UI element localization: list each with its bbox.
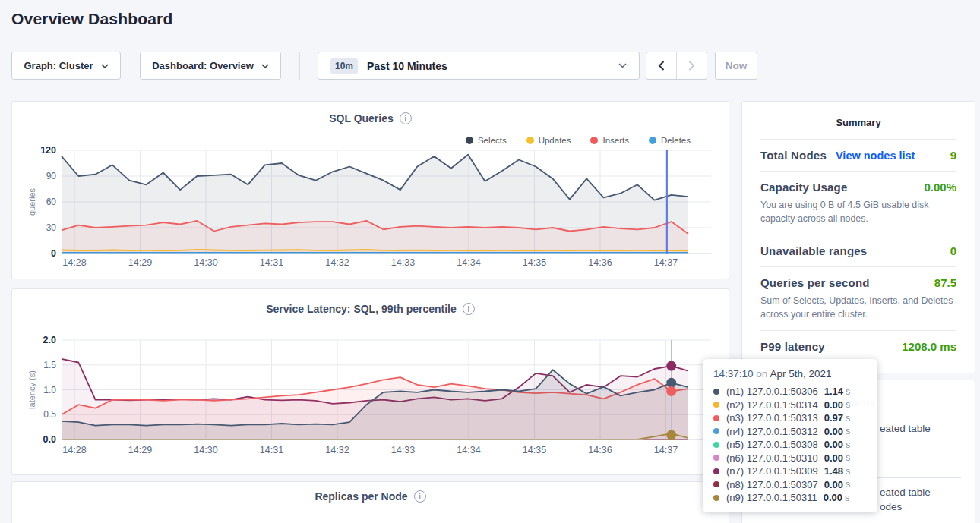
node-color-dot-icon bbox=[713, 428, 719, 434]
tooltip-node-label: (n4) 127.0.0.1:50312 bbox=[726, 426, 818, 437]
node-color-dot-icon bbox=[713, 402, 719, 408]
tooltip-node-value: 0.97 bbox=[824, 412, 843, 424]
tooltip-on: on bbox=[756, 368, 767, 380]
tooltip-row: (n2) 127.0.0.1:503140.00s bbox=[713, 399, 867, 412]
graph-dropdown[interactable]: Graph: Cluster bbox=[11, 52, 121, 80]
capacity-desc: You are using 0 B of 4.5 GiB usable disk… bbox=[760, 198, 956, 225]
tooltip-row: (n7) 127.0.0.1:503091.48s bbox=[713, 465, 867, 478]
p99-value: 1208.0 ms bbox=[902, 340, 956, 353]
svg-text:14:30: 14:30 bbox=[194, 257, 217, 268]
page-title: Overview Dashboard bbox=[11, 10, 173, 28]
svg-text:14:31: 14:31 bbox=[260, 257, 283, 268]
svg-text:14:33: 14:33 bbox=[391, 257, 415, 268]
svg-text:14:31: 14:31 bbox=[260, 445, 283, 455]
unavailable-ranges-value: 0 bbox=[950, 244, 956, 257]
node-color-dot-icon bbox=[713, 415, 719, 421]
time-range-badge: 10m bbox=[330, 58, 358, 74]
summary-item-capacity: Capacity Usage 0.00% You are using 0 B o… bbox=[760, 171, 956, 235]
svg-text:30: 30 bbox=[46, 222, 57, 233]
chart-title: Replicas per Node bbox=[315, 490, 407, 503]
unavailable-ranges-label: Unavailable ranges bbox=[760, 244, 867, 257]
tooltip-node-unit: s bbox=[846, 399, 850, 410]
svg-text:120: 120 bbox=[40, 145, 56, 156]
tooltip-node-unit: s bbox=[845, 493, 849, 503]
svg-text:latency (s): latency (s) bbox=[27, 370, 36, 409]
summary-item-qps: Queries per second 87.5 Sum of Selects, … bbox=[760, 266, 956, 330]
replicas-chart-card: Replicas per Node i bbox=[11, 481, 729, 523]
tooltip-row: (n5) 127.0.0.1:503080.00s bbox=[713, 438, 867, 452]
svg-text:14:30: 14:30 bbox=[194, 445, 217, 455]
total-nodes-value: 9 bbox=[950, 149, 956, 162]
capacity-label: Capacity Usage bbox=[760, 181, 848, 194]
tooltip-node-value: 0.00 bbox=[824, 479, 843, 490]
tooltip-node-unit: s bbox=[846, 466, 850, 477]
capacity-value: 0.00% bbox=[924, 181, 956, 194]
tooltip-date: Apr 5th, 2021 bbox=[770, 368, 831, 380]
tooltip-node-label: (n5) 127.0.0.1:50308 bbox=[726, 439, 818, 450]
svg-text:14:33: 14:33 bbox=[391, 445, 415, 455]
tooltip-row: (n6) 127.0.0.1:503100.00s bbox=[713, 452, 867, 465]
tooltip-node-label: (n3) 127.0.0.1:50313 bbox=[726, 412, 818, 424]
tooltip-node-label: (n6) 127.0.0.1:50310 bbox=[726, 452, 818, 464]
svg-text:1.5: 1.5 bbox=[43, 360, 56, 370]
tooltip-node-value: 0.00 bbox=[824, 452, 843, 464]
now-button[interactable]: Now bbox=[715, 52, 757, 80]
svg-text:0.5: 0.5 bbox=[43, 409, 56, 420]
qps-desc: Sum of Selects, Updates, Inserts, and De… bbox=[760, 294, 956, 321]
view-nodes-link[interactable]: View nodes list bbox=[836, 150, 915, 162]
svg-text:2.0: 2.0 bbox=[43, 335, 56, 345]
svg-text:1.0: 1.0 bbox=[43, 385, 56, 395]
tooltip-node-label: (n1) 127.0.0.1:50306 bbox=[726, 386, 818, 397]
tooltip-row: (n4) 127.0.0.1:503120.00s bbox=[713, 425, 867, 439]
qps-label: Queries per second bbox=[760, 276, 870, 289]
event-text-fragment: odes bbox=[880, 501, 902, 512]
tooltip-time: 14:37:10 bbox=[713, 368, 754, 380]
chart-hover-tooltip: 14:37:10 on Apr 5th, 2021 (n1) 127.0.0.1… bbox=[703, 359, 877, 512]
svg-text:90: 90 bbox=[46, 171, 57, 181]
svg-text:14:36: 14:36 bbox=[588, 445, 612, 455]
chevron-down-icon bbox=[101, 64, 109, 68]
dashboard-dropdown-label: Dashboard: Overview bbox=[152, 60, 254, 71]
tooltip-node-unit: s bbox=[846, 413, 850, 424]
node-color-dot-icon bbox=[713, 389, 719, 395]
svg-text:14:29: 14:29 bbox=[128, 257, 152, 268]
tooltip-row: (n8) 127.0.0.1:503070.00s bbox=[713, 478, 867, 492]
info-icon[interactable]: i bbox=[414, 490, 426, 503]
tooltip-header: 14:37:10 on Apr 5th, 2021 bbox=[713, 368, 867, 380]
tooltip-node-value: 0.00 bbox=[824, 426, 843, 437]
service-latency-chart-card: Service Latency: SQL, 99th percentile i … bbox=[11, 288, 729, 475]
chevron-down-icon bbox=[261, 64, 269, 68]
tooltip-row: (n1) 127.0.0.1:503061.14s bbox=[713, 385, 867, 399]
tooltip-node-unit: s bbox=[846, 452, 850, 463]
svg-text:14:32: 14:32 bbox=[325, 445, 349, 455]
svg-text:14:32: 14:32 bbox=[325, 257, 349, 268]
tooltip-node-value: 0.00 bbox=[824, 439, 843, 450]
sql-queries-chart-card: SQL Queries i SelectsUpdatesInsertsDelet… bbox=[11, 101, 729, 279]
summary-item-total-nodes: Total Nodes View nodes list 9 bbox=[760, 139, 956, 171]
summary-item-p99: P99 latency 1208.0 ms bbox=[760, 330, 956, 362]
tooltip-rows: (n1) 127.0.0.1:503061.14s(n2) 127.0.0.1:… bbox=[713, 385, 867, 505]
svg-text:60: 60 bbox=[46, 197, 57, 207]
node-color-dot-icon bbox=[713, 442, 719, 448]
controls-divider bbox=[299, 52, 300, 80]
tooltip-node-unit: s bbox=[846, 440, 850, 450]
summary-panel: Summary Total Nodes View nodes list 9 Ca… bbox=[741, 101, 975, 373]
time-range-dropdown[interactable]: 10m Past 10 Minutes bbox=[318, 52, 640, 80]
svg-text:14:36: 14:36 bbox=[588, 257, 612, 268]
svg-text:14:28: 14:28 bbox=[62, 445, 86, 455]
dashboard-dropdown[interactable]: Dashboard: Overview bbox=[140, 52, 281, 80]
summary-title: Summary bbox=[760, 117, 956, 128]
tooltip-node-value: 1.48 bbox=[824, 465, 843, 477]
prev-time-button[interactable] bbox=[646, 52, 677, 79]
tooltip-node-unit: s bbox=[846, 479, 850, 490]
svg-text:queries: queries bbox=[27, 187, 36, 216]
next-time-button[interactable] bbox=[677, 52, 707, 79]
event-text-fragment: eated table bbox=[880, 423, 931, 434]
time-range-label: Past 10 Minutes bbox=[367, 60, 447, 72]
total-nodes-label: Total Nodes bbox=[760, 149, 827, 162]
qps-value: 87.5 bbox=[934, 276, 956, 289]
svg-text:14:34: 14:34 bbox=[457, 445, 480, 455]
svg-text:14:37: 14:37 bbox=[654, 257, 678, 268]
svg-text:14:35: 14:35 bbox=[523, 257, 546, 268]
tooltip-node-unit: s bbox=[846, 426, 850, 436]
